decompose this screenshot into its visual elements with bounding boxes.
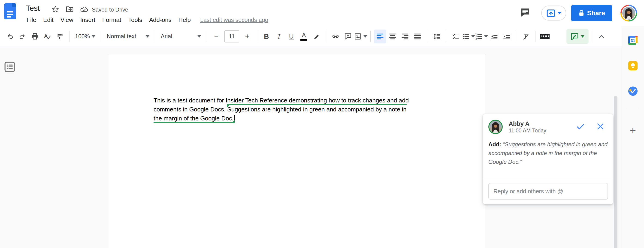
doc-line-1[interactable]: This is a test document for Insider Tech… <box>154 96 409 105</box>
doc-line-2[interactable]: comments in Google Docs. Suggestions are… <box>154 105 409 114</box>
align-center-button[interactable] <box>386 29 399 43</box>
justify-button[interactable] <box>411 29 424 43</box>
bold-button[interactable]: B <box>260 29 273 43</box>
undo-button[interactable] <box>4 29 16 43</box>
editing-mode-button[interactable] <box>566 29 588 44</box>
present-dropdown-caret <box>558 12 561 16</box>
menu-insert[interactable]: Insert <box>77 15 99 25</box>
toolbar-divider <box>155 31 155 42</box>
scrollbar-thumb[interactable] <box>614 96 618 248</box>
chevron-down-icon <box>364 35 367 39</box>
toolbar-divider <box>592 31 592 42</box>
italic-icon: I <box>278 32 280 40</box>
menu-view[interactable]: View <box>57 15 77 25</box>
plus-icon: + <box>630 126 636 135</box>
comment-history-button[interactable] <box>519 6 531 18</box>
toolbar-divider <box>257 31 257 42</box>
increase-indent-icon <box>503 33 510 40</box>
underline-button[interactable]: U <box>285 29 298 43</box>
insert-image-button[interactable] <box>354 29 367 43</box>
document-page[interactable]: This is a test document for Insider Tech… <box>109 54 486 248</box>
star-button[interactable] <box>51 5 60 13</box>
zoom-value: 100% <box>75 33 90 40</box>
align-left-button[interactable] <box>374 29 386 43</box>
saved-status-button[interactable] <box>80 5 88 13</box>
menu-file[interactable]: File <box>23 15 40 25</box>
get-addons-button[interactable]: + <box>626 124 640 138</box>
document-text[interactable]: This is a test document for Insider Tech… <box>154 96 409 123</box>
comment-author-name: Abby A <box>509 120 530 127</box>
suggestion-comment-card[interactable]: Abby A 11:00 AM Today Add: “Suggestions … <box>482 114 613 204</box>
checklist-button[interactable] <box>450 29 462 43</box>
scrollbar-track[interactable] <box>613 94 618 248</box>
paragraph-style-select[interactable]: Normal text <box>104 29 152 43</box>
show-outline-button[interactable] <box>3 60 16 73</box>
spellcheck-button[interactable]: A <box>41 29 54 43</box>
font-size-increase-button[interactable]: + <box>241 29 254 43</box>
reply-input[interactable] <box>488 183 608 200</box>
input-tools-icon <box>540 33 550 40</box>
document-title[interactable]: Test <box>26 4 40 13</box>
move-button[interactable] <box>66 5 74 13</box>
share-label: Share <box>587 9 605 17</box>
font-family-value: Arial <box>161 33 172 40</box>
text-color-button[interactable]: A <box>298 29 310 43</box>
star-icon <box>52 5 59 13</box>
cloud-saved-icon <box>80 5 88 13</box>
tasks-app-button[interactable] <box>626 84 640 98</box>
text-color-icon: A <box>300 32 307 41</box>
menu-format[interactable]: Format <box>99 15 125 25</box>
comment-timestamp: 11:00 AM Today <box>509 128 546 134</box>
insert-link-button[interactable] <box>329 29 342 43</box>
lock-icon <box>578 10 584 17</box>
toolbar-divider <box>427 31 427 42</box>
toolbar-divider <box>516 31 516 42</box>
toolbar-divider <box>69 31 70 42</box>
highlight-color-button[interactable] <box>310 29 322 43</box>
clear-formatting-button[interactable] <box>520 29 532 43</box>
decrease-indent-icon <box>490 33 498 40</box>
checklist-icon <box>452 33 460 40</box>
align-right-button[interactable] <box>399 29 411 43</box>
reject-suggestion-button[interactable] <box>596 122 605 131</box>
reject-suggestion-icon <box>596 122 604 131</box>
menu-addons[interactable]: Add-ons <box>146 15 175 25</box>
line-spacing-icon <box>433 33 440 40</box>
increase-indent-button[interactable] <box>500 29 513 43</box>
bulleted-list-button[interactable] <box>462 29 475 43</box>
present-button[interactable] <box>541 5 566 20</box>
menu-tools[interactable]: Tools <box>125 15 146 25</box>
paint-format-button[interactable] <box>54 29 66 43</box>
decrease-indent-button[interactable] <box>488 29 500 43</box>
accept-suggestion-button[interactable] <box>576 122 585 131</box>
calendar-app-button[interactable]: 31 <box>626 33 640 47</box>
zoom-select[interactable]: 100% <box>73 29 98 43</box>
doc-line-3[interactable]: the margin of the Google Doc. <box>154 114 409 123</box>
share-button[interactable]: Share <box>571 5 612 21</box>
docs-logo[interactable] <box>4 3 16 19</box>
chevron-down-icon <box>581 35 584 39</box>
suggested-text-start: Suggestions are highlighted in green and… <box>227 106 406 113</box>
collapse-toolbar-button[interactable] <box>595 29 608 43</box>
italic-button[interactable]: I <box>273 29 285 43</box>
comment-header: Abby A 11:00 AM Today <box>488 120 608 134</box>
line-spacing-button[interactable] <box>430 29 443 43</box>
redo-button[interactable] <box>16 29 29 43</box>
font-family-select[interactable]: Arial <box>158 29 204 43</box>
suggested-text-end: the margin of the Google Doc. <box>154 115 234 122</box>
font-size-value[interactable]: 11 <box>224 30 239 42</box>
last-edit-link[interactable]: Last edit was seconds ago <box>200 17 268 23</box>
highlight-icon <box>313 33 320 40</box>
doc-text-run: Suggestions are highlighted in green and… <box>227 106 406 113</box>
numbered-list-button[interactable]: 1 2 3 <box>475 29 488 43</box>
menu-edit[interactable]: Edit <box>40 15 57 25</box>
input-tools-button[interactable] <box>539 29 551 43</box>
account-avatar[interactable] <box>620 5 637 21</box>
menu-help[interactable]: Help <box>175 15 194 25</box>
comment-divider <box>483 179 613 179</box>
keep-app-button[interactable] <box>626 59 640 73</box>
font-size-decrease-button[interactable]: − <box>210 29 222 43</box>
add-comment-button[interactable] <box>342 29 354 43</box>
comment-author-avatar <box>488 120 503 134</box>
print-button[interactable] <box>29 29 41 43</box>
